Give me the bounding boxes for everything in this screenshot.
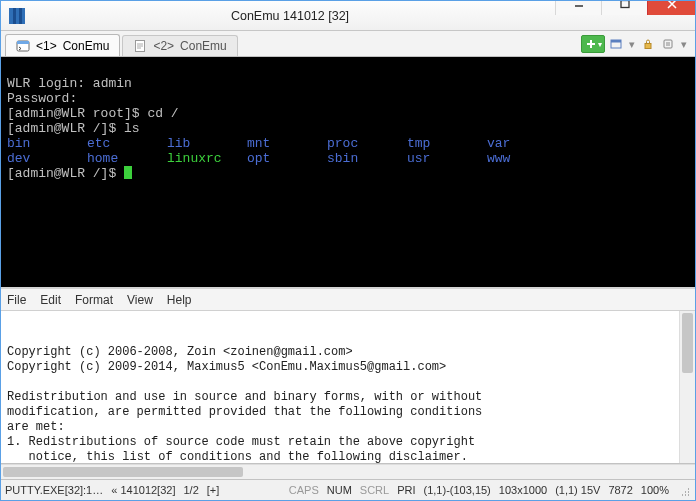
- grip-icon[interactable]: [679, 484, 691, 496]
- status-cell: (1,1) 15V: [555, 484, 600, 496]
- close-button[interactable]: [647, 0, 695, 15]
- horizontal-scrollbar[interactable]: [1, 464, 695, 480]
- terminal-text: WLR login:: [7, 76, 93, 91]
- tab-2[interactable]: <2> ConEmu: [122, 35, 237, 56]
- tab-label: ConEmu: [180, 39, 227, 53]
- tab-index: <1>: [36, 39, 57, 53]
- dir-entry: mnt: [247, 136, 327, 151]
- status-pri: PRI: [397, 484, 415, 496]
- terminal-pane[interactable]: WLR login: admin Password: [admin@WLR ro…: [1, 57, 695, 289]
- toolbar-window-icon[interactable]: [607, 35, 625, 53]
- ls-row: devhomelinuxrcoptsbinusrwww: [7, 151, 689, 166]
- document-icon: [133, 39, 147, 53]
- toolbar-settings-icon[interactable]: [659, 35, 677, 53]
- status-tabs: 1/2: [183, 484, 198, 496]
- status-bar: PUTTY.EXE[32]:1… « 141012[32] 1/2 [+] CA…: [1, 480, 695, 500]
- file-entry: linuxrc: [167, 151, 247, 166]
- console-icon: [16, 39, 30, 53]
- svg-rect-6: [645, 44, 651, 49]
- status-screen: 103x1000: [499, 484, 547, 496]
- maximize-button[interactable]: [601, 0, 647, 15]
- command: cd /: [147, 106, 178, 121]
- dir-entry: dev: [7, 151, 87, 166]
- window-title: ConEmu 141012 [32]: [25, 9, 555, 23]
- toolbar-dropdown-icon-2[interactable]: ▾: [679, 35, 689, 53]
- svg-rect-5: [611, 40, 621, 43]
- ls-row: binetclibmntproctmpvar: [7, 136, 689, 151]
- cursor: [124, 166, 132, 179]
- tab-index: <2>: [153, 39, 174, 53]
- notepad-menubar: File Edit Format View Help: [1, 289, 695, 311]
- dir-entry: tmp: [407, 136, 487, 151]
- tab-1[interactable]: <1> ConEmu: [5, 34, 120, 56]
- toolbar-lock-icon[interactable]: [639, 35, 657, 53]
- status-scrl: SCRL: [360, 484, 389, 496]
- tab-label: ConEmu: [63, 39, 110, 53]
- dir-entry: usr: [407, 151, 487, 166]
- tab-strip: <1> ConEmu <2> ConEmu ▾ ▾ ▾: [1, 31, 695, 57]
- menu-file[interactable]: File: [7, 293, 26, 307]
- menu-format[interactable]: Format: [75, 293, 113, 307]
- status-zoom: 100%: [641, 484, 669, 496]
- toolbar-dropdown-icon[interactable]: ▾: [627, 35, 637, 53]
- status-process: PUTTY.EXE[32]:1…: [5, 484, 103, 496]
- terminal-text: Password:: [7, 91, 77, 106]
- prompt: [admin@WLR /]$: [7, 166, 124, 181]
- scroll-thumb[interactable]: [3, 467, 243, 477]
- prompt: [admin@WLR /]$: [7, 121, 124, 136]
- status-build: « 141012[32]: [111, 484, 175, 496]
- command: ls: [124, 121, 140, 136]
- dir-entry: home: [87, 151, 167, 166]
- status-caps: CAPS: [289, 484, 319, 496]
- dir-entry: bin: [7, 136, 87, 151]
- scroll-thumb[interactable]: [682, 313, 693, 373]
- svg-rect-0: [621, 1, 629, 8]
- status-cursor: (1,1)-(103,15): [424, 484, 491, 496]
- vertical-scrollbar[interactable]: [679, 311, 695, 463]
- notepad-text-area[interactable]: Copyright (c) 2006-2008, Zoin <zoinen@gm…: [1, 311, 695, 464]
- dir-entry: www: [487, 151, 567, 166]
- menu-view[interactable]: View: [127, 293, 153, 307]
- dir-entry: var: [487, 136, 567, 151]
- prompt: [admin@WLR root]$: [7, 106, 147, 121]
- status-num: NUM: [327, 484, 352, 496]
- new-console-button[interactable]: ▾: [581, 35, 605, 53]
- minimize-button[interactable]: [555, 0, 601, 15]
- dir-entry: opt: [247, 151, 327, 166]
- svg-rect-2: [17, 41, 29, 44]
- svg-rect-7: [664, 40, 672, 48]
- dir-entry: sbin: [327, 151, 407, 166]
- app-icon: [9, 8, 25, 24]
- menu-help[interactable]: Help: [167, 293, 192, 307]
- window-buttons: [555, 0, 695, 15]
- status-plus[interactable]: [+]: [207, 484, 220, 496]
- menu-edit[interactable]: Edit: [40, 293, 61, 307]
- text-content: Copyright (c) 2006-2008, Zoin <zoinen@gm…: [7, 345, 689, 464]
- status-number: 7872: [608, 484, 632, 496]
- dir-entry: etc: [87, 136, 167, 151]
- dir-entry: lib: [167, 136, 247, 151]
- title-bar: ConEmu 141012 [32]: [1, 1, 695, 31]
- dir-entry: proc: [327, 136, 407, 151]
- login-user: admin: [93, 76, 132, 91]
